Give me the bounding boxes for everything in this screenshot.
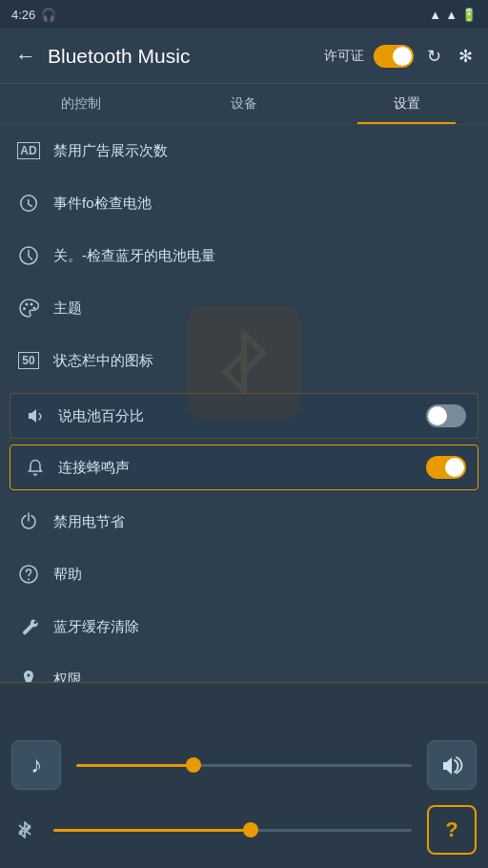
permission-label: 许可证: [324, 48, 364, 65]
disable-save-label: 禁用电节省: [53, 513, 473, 531]
svg-point-2: [26, 303, 29, 306]
clock-icon: [15, 242, 42, 269]
bt-slider-fill: [53, 829, 251, 832]
connect-beep-toggle[interactable]: [426, 456, 466, 479]
tab-settings[interactable]: 设置: [325, 84, 488, 124]
bt-slider-track[interactable]: [53, 829, 412, 832]
headphones-icon: 🎧: [41, 8, 56, 22]
bt-cache-label: 蓝牙缓存清除: [53, 618, 473, 636]
music-slider-track[interactable]: [76, 764, 412, 767]
header-actions: 许可证 ↻ ✻: [324, 42, 477, 71]
battery-event-icon: [15, 190, 42, 217]
tab-bar: 的控制 设备 设置: [0, 84, 488, 125]
music-icon-button[interactable]: ♪: [11, 740, 61, 790]
toggle-row-connect-beep[interactable]: 连接蜂鸣声: [10, 444, 478, 490]
settings-item-check-battery[interactable]: 事件fo检查电池: [0, 177, 488, 230]
power-icon: [15, 508, 42, 535]
tab-devices-label: 设备: [231, 95, 257, 111]
tab-devices[interactable]: 设备: [163, 84, 326, 124]
music-note-icon: ♪: [30, 752, 42, 778]
disable-ads-label: 禁用广告展示次数: [53, 142, 473, 160]
help-icon: [15, 561, 42, 588]
bluetooth-bottom-icon: [11, 816, 38, 843]
settings-item-theme[interactable]: 主题: [0, 282, 488, 335]
settings-item-disable-save[interactable]: 禁用电节省: [0, 496, 488, 548]
volume-icon-button[interactable]: [427, 740, 477, 790]
refresh-icon[interactable]: ↻: [423, 42, 445, 71]
settings-item-bt-battery[interactable]: 关。-检查蓝牙的电池电量: [0, 230, 488, 282]
bt-slider-thumb[interactable]: [243, 822, 258, 837]
theme-icon: [15, 295, 42, 321]
tab-control[interactable]: 的控制: [0, 84, 163, 124]
check-battery-label: 事件fo检查电池: [53, 195, 473, 213]
settings-item-help[interactable]: 帮助: [0, 548, 488, 601]
status-bar-left: 4:26 🎧: [11, 8, 56, 22]
status-time: 4:26: [11, 8, 35, 22]
battery-icon: 🔋: [461, 8, 477, 22]
ads-icon: AD: [15, 137, 42, 164]
settings-item-disable-ads[interactable]: AD 禁用广告展示次数: [0, 125, 488, 177]
bt-slider-container: [48, 829, 417, 832]
theme-label: 主题: [53, 300, 473, 318]
music-slider-fill: [76, 764, 193, 767]
music-volume-row: ♪: [0, 731, 488, 799]
settings-item-bt-cache[interactable]: 蓝牙缓存清除: [0, 601, 488, 653]
signal-icon: ▲: [429, 8, 441, 22]
tab-settings-label: 设置: [394, 95, 420, 111]
wifi-icon: ▲: [445, 8, 458, 22]
bt-battery-label: 关。-检查蓝牙的电池电量: [53, 247, 473, 265]
svg-point-7: [28, 579, 30, 581]
say-battery-toggle[interactable]: [426, 404, 466, 427]
tab-control-label: 的控制: [61, 95, 101, 111]
page-title: Bluetooth Music: [48, 45, 316, 68]
music-slider-container: [71, 764, 417, 767]
help-label: 帮助: [53, 566, 473, 584]
help-bottom-icon: ?: [445, 817, 458, 842]
header: ← Bluetooth Music 许可证 ↻ ✻: [0, 29, 488, 84]
wrench-icon: [15, 613, 42, 640]
bluetooth-header-icon[interactable]: ✻: [455, 42, 477, 71]
settings-item-statusbar-icon[interactable]: 50 状态栏中的图标: [0, 335, 488, 387]
volume-icon: [439, 753, 464, 777]
bottom-spacer: [0, 683, 488, 731]
bottom-panel: ♪ ?: [0, 682, 488, 868]
bell-icon: [22, 454, 49, 481]
speaker-icon: [22, 403, 49, 429]
statusbar-icon: 50: [15, 347, 42, 374]
svg-point-1: [23, 307, 26, 310]
statusbar-icon-label: 状态栏中的图标: [53, 352, 473, 370]
music-slider-thumb[interactable]: [186, 757, 201, 773]
back-button[interactable]: ←: [11, 40, 40, 72]
status-bar-right: ▲ ▲ 🔋: [429, 8, 477, 22]
permission-toggle[interactable]: [374, 45, 414, 68]
help-bottom-button[interactable]: ?: [427, 805, 477, 855]
connect-beep-label: 连接蜂鸣声: [58, 459, 417, 477]
toggle-row-say-battery[interactable]: 说电池百分比: [10, 393, 478, 439]
status-bar: 4:26 🎧 ▲ ▲ 🔋: [0, 0, 488, 29]
say-battery-label: 说电池百分比: [58, 407, 417, 425]
svg-point-3: [30, 303, 33, 306]
svg-point-4: [33, 307, 36, 310]
bluetooth-row: ?: [0, 799, 488, 868]
